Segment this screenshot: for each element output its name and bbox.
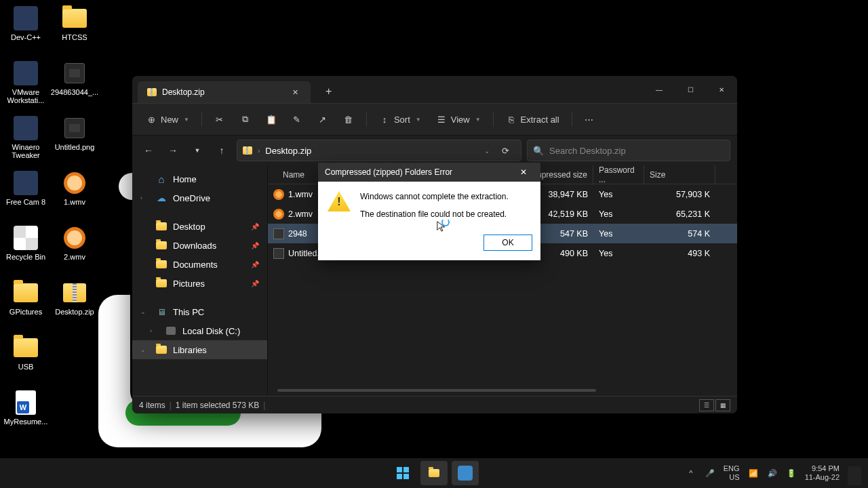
copy-button[interactable]: ⧉: [235, 110, 256, 129]
sidebar-item-documents[interactable]: Documents 📌: [132, 255, 267, 274]
desktop-icon-vmware-workstati-[interactable]: VMware Workstati...: [2, 58, 50, 109]
rename-icon: ✎: [292, 114, 302, 125]
header-size[interactable]: Size: [644, 165, 715, 184]
desktop-icon-1-wmv[interactable]: 1.wmv: [51, 168, 98, 219]
tab-desktop-zip[interactable]: Desktop.zip ✕: [138, 81, 311, 103]
up-button[interactable]: ↑: [212, 141, 231, 160]
extract-icon: ⎘: [506, 114, 517, 125]
sidebar-item-local-disk[interactable]: › Local Disk (C:): [132, 321, 267, 340]
desktop-icon-desktop-zip[interactable]: Desktop.zip: [51, 278, 98, 329]
desktop-icon-label: 2.wmv: [64, 253, 85, 261]
folder-icon: [156, 279, 167, 287]
taskbar-app[interactable]: [452, 461, 479, 485]
extract-label: Extract all: [521, 115, 559, 125]
desktop-icon-label: Desktop.zip: [55, 308, 94, 316]
tab-title: Desktop.zip: [162, 87, 205, 97]
ok-button[interactable]: OK: [484, 235, 532, 251]
tray-overflow-icon[interactable]: ^: [686, 468, 696, 479]
password-flag: Yes: [593, 229, 644, 239]
toolbar: ⊕ New ▼ ✂ ⧉ 📋 ✎ ↗ 🗑 ↕ Sort ▼ ☰ View ▼ ⎘ …: [132, 103, 737, 136]
svg-rect-3: [403, 474, 409, 479]
cut-button[interactable]: ✂: [209, 110, 231, 129]
start-button[interactable]: [389, 461, 416, 485]
rename-button[interactable]: ✎: [286, 110, 308, 129]
desktop-icon-myresume-[interactable]: MyResume...: [2, 388, 50, 439]
desktop-icon-gpictures[interactable]: GPictures: [2, 278, 50, 329]
battery-icon[interactable]: 🔋: [786, 468, 797, 479]
sidebar-item-desktop[interactable]: Desktop 📌: [132, 217, 267, 236]
address-bar[interactable]: › Desktop.zip ⌄ ⟳: [237, 140, 521, 161]
desktop-icon-winaero-tweaker[interactable]: Winaero Tweaker: [2, 113, 50, 164]
pin-icon: 📌: [251, 242, 259, 249]
desktop-icon-2-wmv[interactable]: 2.wmv: [51, 223, 98, 274]
app-icon: [458, 466, 473, 481]
lang-label: ENG: [724, 464, 740, 473]
sidebar-item-label: Documents: [173, 260, 218, 270]
horizontal-scrollbar[interactable]: [277, 389, 596, 392]
desktop-icon-free-cam-8[interactable]: Free Cam 8: [2, 168, 50, 219]
extract-all-button[interactable]: ⎘ Extract all: [500, 110, 565, 129]
desktop-icon-htcss[interactable]: HTCSS: [51, 3, 98, 54]
paste-button[interactable]: 📋: [260, 110, 282, 129]
taskbar: ^ 🎤 ENG US 📶 🔊 🔋 9:54 PM 11-Aug-22: [0, 458, 868, 488]
refresh-button[interactable]: ⟳: [495, 140, 515, 161]
error-dialog: Compressed (zipped) Folders Error ✕ Wind…: [318, 163, 540, 260]
volume-icon[interactable]: 🔊: [767, 468, 778, 479]
desktop-icon-recycle-bin[interactable]: Recycle Bin: [2, 223, 50, 274]
sidebar: ⌂ Home ›☁ OneDrive Desktop 📌 Downloads 📌…: [132, 165, 268, 396]
search-placeholder: Search Desktop.zip: [549, 146, 626, 156]
sidebar-item-libraries[interactable]: ⌄ Libraries: [132, 340, 267, 359]
svg-rect-1: [403, 467, 409, 472]
pin-icon: 📌: [251, 223, 259, 230]
new-tab-button[interactable]: +: [319, 81, 339, 102]
taskbar-explorer[interactable]: [420, 461, 448, 485]
desktop-icon-294863044-[interactable]: 294863044_...: [51, 58, 98, 109]
desktop-icon-usb[interactable]: USB: [2, 333, 50, 384]
more-button[interactable]: ⋯: [579, 110, 599, 129]
cut-icon: ✂: [214, 114, 225, 125]
sidebar-item-home[interactable]: ⌂ Home: [132, 169, 267, 188]
view-button[interactable]: ☰ View ▼: [431, 110, 486, 129]
sort-icon: ↕: [379, 114, 390, 125]
sort-button[interactable]: ↕ Sort ▼: [374, 110, 427, 129]
close-tab-icon[interactable]: ✕: [290, 87, 301, 98]
minimize-button[interactable]: —: [644, 79, 675, 100]
details-view-button[interactable]: ☰: [699, 399, 714, 411]
search-input[interactable]: 🔍 Search Desktop.zip: [527, 140, 730, 161]
sidebar-item-pictures[interactable]: Pictures 📌: [132, 274, 267, 293]
desktop-icon-dev-c-[interactable]: Dev-C++: [2, 3, 50, 54]
chevron-down-icon[interactable]: ⌄: [484, 147, 490, 155]
header-password[interactable]: Password ...: [593, 165, 644, 184]
desktop-icon-label: HTCSS: [62, 33, 87, 41]
new-label: New: [161, 115, 178, 125]
dialog-close-button[interactable]: ✕: [513, 163, 534, 182]
address-bar-row: ← → ▼ ↑ › Desktop.zip ⌄ ⟳ 🔍 Search Deskt…: [132, 136, 737, 165]
sidebar-item-downloads[interactable]: Downloads 📌: [132, 236, 267, 255]
wifi-icon[interactable]: 📶: [748, 468, 759, 479]
sidebar-item-this-pc[interactable]: ⌄🖥 This PC: [132, 302, 267, 321]
forward-button[interactable]: →: [163, 141, 182, 160]
dialog-titlebar[interactable]: Compressed (zipped) Folders Error ✕: [318, 163, 540, 182]
delete-button[interactable]: 🗑: [338, 110, 359, 129]
desktop-icon-label: Winaero Tweaker: [2, 143, 50, 159]
home-icon: ⌂: [155, 174, 167, 184]
sidebar-item-label: OneDrive: [173, 193, 210, 203]
sidebar-item-onedrive[interactable]: ›☁ OneDrive: [132, 188, 267, 207]
back-button[interactable]: ←: [139, 141, 158, 160]
notifications-icon[interactable]: [848, 466, 861, 485]
close-window-button[interactable]: ✕: [706, 79, 737, 100]
maximize-button[interactable]: ☐: [675, 79, 706, 100]
wmv-icon: [273, 209, 284, 220]
sidebar-item-label: Home: [173, 174, 197, 184]
microphone-icon[interactable]: 🎤: [705, 468, 715, 479]
clock[interactable]: 9:54 PM 11-Aug-22: [805, 464, 840, 482]
recent-dropdown[interactable]: ▼: [188, 141, 207, 160]
language-indicator[interactable]: ENG US: [724, 464, 740, 482]
share-button[interactable]: ↗: [312, 110, 334, 129]
desktop-icon-untitled-png[interactable]: Untitled.png: [51, 113, 98, 164]
thumbnails-view-button[interactable]: ▦: [715, 399, 730, 411]
search-icon: 🔍: [533, 146, 544, 156]
new-button[interactable]: ⊕ New ▼: [140, 110, 195, 129]
breadcrumb-item[interactable]: Desktop.zip: [265, 146, 311, 156]
desktop-icon-label: Untitled.png: [55, 143, 95, 151]
